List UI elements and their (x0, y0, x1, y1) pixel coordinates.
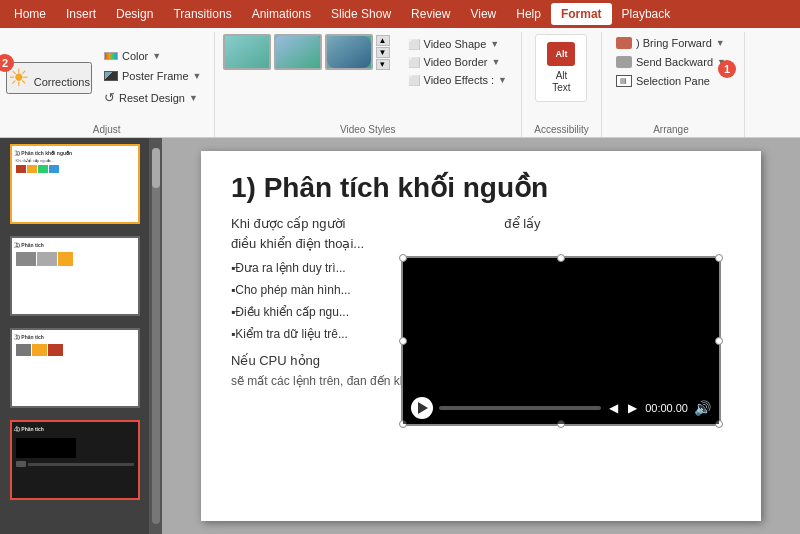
scroll-track (152, 148, 160, 524)
color-button[interactable]: Color ▼ (98, 47, 208, 65)
corrections-button[interactable]: ☀ Corrections (6, 62, 92, 94)
menu-bar: Home Insert Design Transitions Animation… (0, 0, 800, 28)
handle-tl[interactable] (399, 254, 407, 262)
slide-thumb-4[interactable]: 4 1) Phân tích (10, 420, 140, 500)
handle-tm[interactable] (557, 254, 565, 262)
menu-animations[interactable]: Animations (242, 3, 321, 25)
slide-area: 1) Phân tích khối nguồn Khi được cấp ngư… (162, 138, 800, 534)
video-border-button[interactable]: ⬜ Video Border ▼ (402, 54, 513, 70)
panel-scrollbar[interactable] (150, 138, 162, 534)
video-shape-button[interactable]: ⬜ Video Shape ▼ (402, 36, 513, 52)
adjust-small-buttons: Color ▼ Poster Frame ▼ ↺ Reset Design ▼ (98, 47, 208, 108)
handle-ml[interactable] (399, 337, 407, 345)
ribbon: ☀ Corrections 2 Color ▼ Poster Frame ▼ (0, 28, 800, 138)
alt-text-icon: Alt (547, 42, 575, 66)
menu-format[interactable]: Format (551, 3, 612, 25)
alt-text-button[interactable]: Alt AltText (535, 34, 587, 102)
menu-review[interactable]: Review (401, 3, 460, 25)
color-dropdown-arrow: ▼ (152, 51, 161, 61)
style-more[interactable]: ▾ (376, 59, 390, 70)
video-options: ⬜ Video Shape ▼ ⬜ Video Border ▼ ⬜ Video… (402, 36, 513, 88)
progress-bar[interactable] (439, 406, 601, 410)
reset-design-button[interactable]: ↺ Reset Design ▼ (98, 87, 208, 108)
slide-body-text: Khi được cấp người để lấyđiều khiển điện… (231, 214, 731, 253)
play-button[interactable] (411, 397, 433, 419)
slide-thumb-2[interactable]: 2 1) Phân tích (10, 236, 140, 316)
send-backward-button[interactable]: Send Backward ▼ (608, 53, 734, 71)
video-style-thumb-3[interactable] (325, 34, 373, 70)
style-scroll-buttons: ▲ ▼ ▾ (376, 35, 390, 70)
ribbon-group-video-styles: ▲ ▼ ▾ ⬜ Video Shape ▼ ⬜ Video Border ▼ (215, 32, 522, 137)
scroll-thumb[interactable] (152, 148, 160, 188)
video-styles-group-label: Video Styles (215, 124, 521, 135)
color-icon (104, 52, 118, 60)
video-style-thumb-1[interactable] (223, 34, 271, 70)
style-scroll-down[interactable]: ▼ (376, 47, 390, 58)
video-controls: ◀ ▶ 00:00.00 🔊 (403, 392, 719, 424)
slide-panel-container: 1 1) Phân tích khối nguồn Khi được cấp n… (0, 138, 162, 534)
slide-panel: 1 1) Phân tích khối nguồn Khi được cấp n… (0, 138, 150, 534)
video-style-thumb-2[interactable] (274, 34, 322, 70)
arrange-buttons: ) Bring Forward ▼ Send Backward ▼ ▤ Sele… (608, 34, 734, 90)
bring-forward-button[interactable]: ) Bring Forward ▼ (608, 34, 734, 52)
play-icon (418, 402, 428, 414)
corrections-label: Corrections (34, 76, 90, 88)
time-display: 00:00.00 (645, 402, 688, 414)
poster-icon (104, 71, 118, 81)
menu-playback[interactable]: Playback (612, 3, 681, 25)
ribbon-group-adjust: ☀ Corrections 2 Color ▼ Poster Frame ▼ (0, 32, 215, 137)
menu-insert[interactable]: Insert (56, 3, 106, 25)
arrange-group-label: Arrange (600, 124, 742, 135)
poster-dropdown-arrow: ▼ (193, 71, 202, 81)
handle-mr[interactable] (715, 337, 723, 345)
adjust-group-label: Adjust (0, 124, 214, 135)
send-backward-icon (616, 56, 632, 68)
poster-frame-button[interactable]: Poster Frame ▼ (98, 67, 208, 85)
menu-help[interactable]: Help (506, 3, 551, 25)
bring-forward-icon (616, 37, 632, 49)
step-forward-button[interactable]: ▶ (626, 399, 639, 417)
menu-slideshow[interactable]: Slide Show (321, 3, 401, 25)
slide-title: 1) Phân tích khối nguồn (201, 151, 761, 214)
menu-view[interactable]: View (460, 3, 506, 25)
menu-home[interactable]: Home (4, 3, 56, 25)
reset-icon: ↺ (104, 90, 115, 105)
style-scroll-up[interactable]: ▲ (376, 35, 390, 46)
volume-button[interactable]: 🔊 (694, 400, 711, 416)
menu-transitions[interactable]: Transitions (163, 3, 241, 25)
video-element[interactable]: ◀ ▶ 00:00.00 🔊 (401, 256, 721, 426)
ribbon-group-arrange: 1 ) Bring Forward ▼ Send Backward ▼ ▤ (602, 32, 745, 137)
handle-tr[interactable] (715, 254, 723, 262)
ribbon-group-accessibility: Alt AltText Accessibility (522, 32, 602, 137)
slide-thumb-1[interactable]: 1 1) Phân tích khối nguồn Khi được cấp n… (10, 144, 140, 224)
main-content: 1 1) Phân tích khối nguồn Khi được cấp n… (0, 138, 800, 534)
accessibility-group-label: Accessibility (522, 124, 601, 135)
badge-1: 1 (718, 60, 736, 78)
video-effects-button[interactable]: ⬜ Video Effects : ▼ (402, 72, 513, 88)
reset-dropdown-arrow: ▼ (189, 93, 198, 103)
slide-thumb-3[interactable]: 3 1) Phân tích (10, 328, 140, 408)
selection-pane-button[interactable]: ▤ Selection Pane (608, 72, 734, 90)
menu-design[interactable]: Design (106, 3, 163, 25)
selection-pane-icon: ▤ (616, 75, 632, 87)
slide-canvas: 1) Phân tích khối nguồn Khi được cấp ngư… (201, 151, 761, 521)
step-back-button[interactable]: ◀ (607, 399, 620, 417)
alt-text-label: AltText (552, 70, 570, 94)
